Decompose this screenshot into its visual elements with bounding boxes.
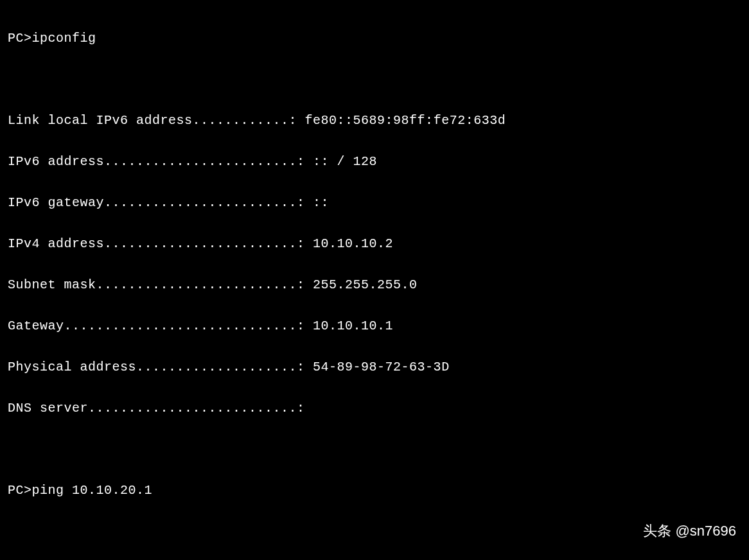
field-label: Link local IPv6 address............	[8, 113, 289, 128]
ipconfig-subnet-mask: Subnet mask.........................: 25…	[8, 275, 741, 295]
watermark-text: 头条 @sn7696	[643, 520, 736, 542]
command-line: PC>ipconfig	[8, 28, 741, 49]
ipconfig-link-local-ipv6: Link local IPv6 address............: fe8…	[8, 110, 741, 131]
field-label: IPv6 gateway........................	[8, 195, 297, 210]
field-label: Physical address....................	[8, 360, 297, 374]
ipconfig-ipv4-address: IPv4 address........................: 10…	[8, 234, 741, 254]
command-line: PC>ping 10.10.20.1	[8, 480, 741, 501]
terminal-output[interactable]: PC>ipconfig Link local IPv6 address.....…	[8, 8, 741, 560]
field-value: fe80::5689:98ff:fe72:633d	[305, 113, 506, 128]
ipconfig-dns-server: DNS server..........................:	[8, 398, 741, 419]
field-value: ::	[313, 195, 329, 210]
field-label: DNS server..........................	[8, 401, 297, 416]
field-label: IPv4 address........................	[8, 236, 297, 251]
ipconfig-gateway: Gateway.............................: 10…	[8, 316, 741, 337]
field-label: Subnet mask.........................	[8, 277, 297, 292]
field-label: Gateway.............................	[8, 319, 297, 333]
blank-line	[8, 69, 741, 90]
prompt: PC>	[8, 31, 32, 46]
ipconfig-ipv6-gateway: IPv6 gateway........................: ::	[8, 193, 741, 213]
field-value: 54-89-98-72-63-3D	[313, 360, 450, 374]
field-label: IPv6 address........................	[8, 154, 297, 169]
blank-line	[8, 439, 741, 460]
field-value: 10.10.10.1	[313, 319, 393, 333]
command-text: ipconfig	[32, 31, 96, 46]
ipconfig-physical-address: Physical address....................: 54…	[8, 357, 741, 378]
ipconfig-ipv6-address: IPv6 address........................: ::…	[8, 152, 741, 172]
field-value: 10.10.10.2	[313, 236, 393, 251]
command-text: ping 10.10.20.1	[32, 483, 153, 498]
prompt: PC>	[8, 483, 32, 498]
field-value: :: / 128	[313, 154, 377, 169]
field-value: 255.255.255.0	[313, 277, 418, 292]
blank-line	[8, 521, 741, 542]
